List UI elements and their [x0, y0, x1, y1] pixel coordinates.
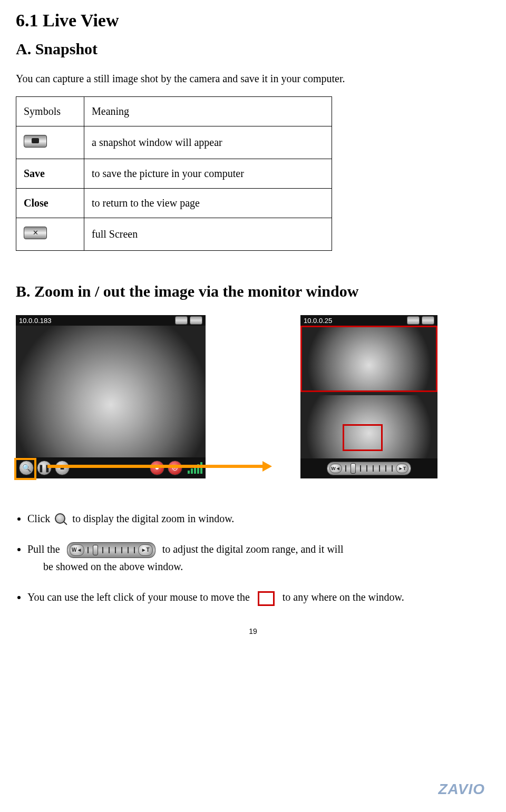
- monitor-ip: 10.0.0.25: [304, 317, 332, 325]
- fullscreen-icon[interactable]: [190, 316, 202, 325]
- stop-button[interactable]: ■: [55, 461, 70, 475]
- instruction-list: Click to display the digital zoom in win…: [16, 510, 490, 606]
- subsection-b-heading: B. Zoom in / out the image via the monit…: [16, 282, 490, 300]
- highlight-box: [14, 458, 36, 480]
- symbols-table: Symbols Meaning a snapshot window will a…: [16, 96, 332, 251]
- fullscreen-icon: [24, 227, 47, 239]
- signal-indicator: [188, 462, 202, 474]
- text-fragment: Pull the: [27, 543, 60, 555]
- text-fragment: Click: [27, 513, 50, 524]
- zoom-slider: W◄ ►T: [67, 542, 155, 558]
- table-row: a snapshot window will appear: [16, 126, 332, 159]
- header-meaning: Meaning: [84, 97, 332, 126]
- page-number: 19: [16, 627, 490, 635]
- monitor-left-wrap: 10.0.0.183 🔍 ❚❚ ■ ● ⊙: [16, 315, 206, 478]
- zoom-slider-bar: W◄ ►T: [300, 458, 437, 478]
- text-fragment: to adjust the digital zoom range, and it…: [162, 543, 344, 555]
- record-button[interactable]: ●: [150, 461, 164, 475]
- monitor-left: 10.0.0.183 🔍 ❚❚ ■ ● ⊙: [16, 315, 206, 478]
- text-fragment: be showed on the above window.: [43, 561, 183, 572]
- alarm-button[interactable]: ⊙: [168, 461, 182, 475]
- arrow-indicator: [237, 463, 269, 468]
- meaning-cell: to save the picture in your computer: [84, 159, 332, 189]
- brand-logo: ZAVIO: [439, 781, 485, 798]
- fullscreen-icon[interactable]: [422, 316, 434, 325]
- camera-viewport-zoomed: [300, 326, 437, 392]
- snapshot-icon: [24, 135, 47, 148]
- meaning-cell: full Screen: [84, 218, 332, 251]
- list-item: Click to display the digital zoom in win…: [27, 510, 490, 527]
- table-header-row: Symbols Meaning: [16, 97, 332, 126]
- table-row: Close to return to the view page: [16, 189, 332, 218]
- pause-button[interactable]: ❚❚: [37, 461, 52, 475]
- zoom-tele-button: ►T: [138, 544, 153, 556]
- table-row: full Screen: [16, 218, 332, 251]
- header-symbols: Symbols: [16, 97, 84, 126]
- subsection-a-heading: A. Snapshot: [16, 40, 490, 58]
- slider-thumb[interactable]: [351, 463, 356, 474]
- monitor-ip: 10.0.0.183: [19, 317, 51, 325]
- monitor-comparison: 10.0.0.183 🔍 ❚❚ ■ ● ⊙: [16, 315, 490, 478]
- slider-thumb: [93, 545, 98, 555]
- zoom-wide-button[interactable]: W◄: [329, 464, 342, 473]
- zoom-tele-button[interactable]: ►T: [396, 464, 408, 473]
- magnifier-icon: [55, 513, 67, 526]
- table-row: Save to save the picture in your compute…: [16, 159, 332, 189]
- intro-paragraph: You can capture a still image shot by th…: [16, 73, 490, 85]
- monitor-controls: 🔍 ❚❚ ■ ● ⊙: [16, 457, 206, 478]
- snapshot-icon[interactable]: [407, 316, 420, 325]
- monitor-titlebar: 10.0.0.183: [16, 315, 206, 326]
- text-fragment: to any where on the window.: [283, 591, 404, 603]
- text-fragment: to display the digital zoom in window.: [72, 513, 234, 524]
- camera-viewport: [16, 326, 206, 457]
- camera-overview-thumbnail[interactable]: [300, 395, 437, 458]
- monitor-right: 10.0.0.25 W◄ ►T: [300, 315, 437, 478]
- list-item: You can use the left click of your mouse…: [27, 589, 490, 605]
- zoom-region-indicator[interactable]: [343, 424, 383, 451]
- snapshot-icon[interactable]: [175, 316, 188, 325]
- zoom-wide-button: W◄: [70, 544, 84, 556]
- symbol-cell: Close: [16, 189, 84, 218]
- monitor-titlebar: 10.0.0.25: [300, 315, 437, 326]
- text-fragment: You can use the left click of your mouse…: [27, 591, 250, 603]
- symbol-cell: Save: [16, 159, 84, 189]
- zoom-region-icon: [258, 591, 275, 606]
- list-item: Pull the W◄ ►T to adjust the digital zoo…: [27, 541, 490, 575]
- section-heading: 6.1 Live View: [16, 11, 490, 31]
- meaning-cell: to return to the view page: [84, 189, 332, 218]
- meaning-cell: a snapshot window will appear: [84, 126, 332, 159]
- zoom-slider[interactable]: W◄ ►T: [327, 462, 411, 475]
